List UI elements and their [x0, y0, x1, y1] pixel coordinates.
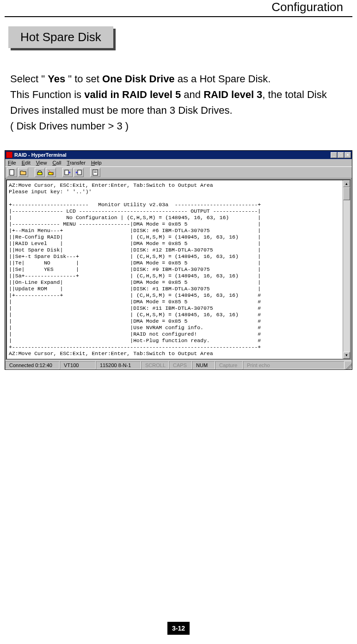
- status-port: 115200 8-N-1: [96, 361, 141, 369]
- svg-rect-1: [37, 172, 42, 175]
- menu-view[interactable]: View: [36, 160, 47, 166]
- menubar: File Edit View Call Transfer Help: [5, 159, 352, 166]
- menu-call[interactable]: Call: [52, 160, 61, 166]
- paragraph-1: Select " Yes " to set One Disk Drive as …: [10, 71, 347, 87]
- menu-transfer[interactable]: Transfer: [67, 160, 86, 166]
- toolbar-properties-icon[interactable]: [90, 168, 100, 177]
- page-header: Configuration: [5, 0, 352, 17]
- svg-rect-2: [49, 172, 53, 175]
- section-title: Hot Spare Disk: [8, 26, 113, 48]
- svg-rect-4: [65, 170, 68, 175]
- menu-help[interactable]: Help: [91, 160, 102, 166]
- status-scroll: SCROLL: [141, 361, 169, 369]
- maximize-button[interactable]: □: [338, 152, 344, 158]
- app-icon: [6, 152, 12, 158]
- menu-file[interactable]: File: [8, 160, 16, 166]
- body-text: Select " Yes " to set One Disk Drive as …: [10, 71, 347, 134]
- scroll-thumb[interactable]: [343, 187, 350, 200]
- menu-edit[interactable]: Edit: [22, 160, 31, 166]
- toolbar: [5, 166, 352, 178]
- toolbar-disconnect-icon[interactable]: [46, 168, 56, 177]
- paragraph-2: This Function is valid in RAID level 5 a…: [10, 87, 347, 118]
- status-num: NUM: [192, 361, 215, 369]
- section-title-box: Hot Spare Disk: [8, 26, 113, 48]
- terminal-content[interactable]: AZ:Move Cursor, ESC:Exit, Enter:Enter, T…: [7, 180, 343, 359]
- resize-grip-icon[interactable]: [345, 361, 352, 369]
- status-connected: Connected 0:12:40: [5, 361, 60, 369]
- status-emulation: VT100: [60, 361, 96, 369]
- scroll-track[interactable]: [343, 187, 350, 352]
- paragraph-3: ( Disk Drives number > 3 ): [10, 118, 347, 134]
- window-titlebar[interactable]: RAID - HyperTerminal _ □ ×: [5, 151, 352, 159]
- toolbar-send-icon[interactable]: [62, 168, 73, 177]
- terminal-area: AZ:Move Cursor, ESC:Exit, Enter:Enter, T…: [6, 179, 351, 360]
- statusbar: Connected 0:12:40 VT100 115200 8-N-1 SCR…: [5, 361, 352, 369]
- status-caps: CAPS: [169, 361, 192, 369]
- minimize-button[interactable]: _: [331, 152, 337, 158]
- svg-rect-0: [10, 170, 14, 175]
- scroll-up-icon[interactable]: ▴: [343, 180, 350, 187]
- toolbar-new-icon[interactable]: [7, 168, 17, 177]
- toolbar-open-icon[interactable]: [18, 168, 28, 177]
- toolbar-receive-icon[interactable]: [74, 168, 84, 177]
- svg-rect-5: [78, 170, 81, 175]
- close-button[interactable]: ×: [345, 152, 351, 158]
- page-number: 3-12: [167, 622, 190, 635]
- status-printecho: Print echo: [243, 361, 345, 369]
- scroll-down-icon[interactable]: ▾: [343, 352, 350, 359]
- toolbar-connect-icon[interactable]: [35, 168, 45, 177]
- window-title: RAID - HyperTerminal: [14, 152, 67, 158]
- scrollbar-vertical[interactable]: ▴ ▾: [343, 180, 350, 359]
- status-capture: Capture: [215, 361, 243, 369]
- hyperterminal-window: RAID - HyperTerminal _ □ × File Edit Vie…: [5, 150, 352, 370]
